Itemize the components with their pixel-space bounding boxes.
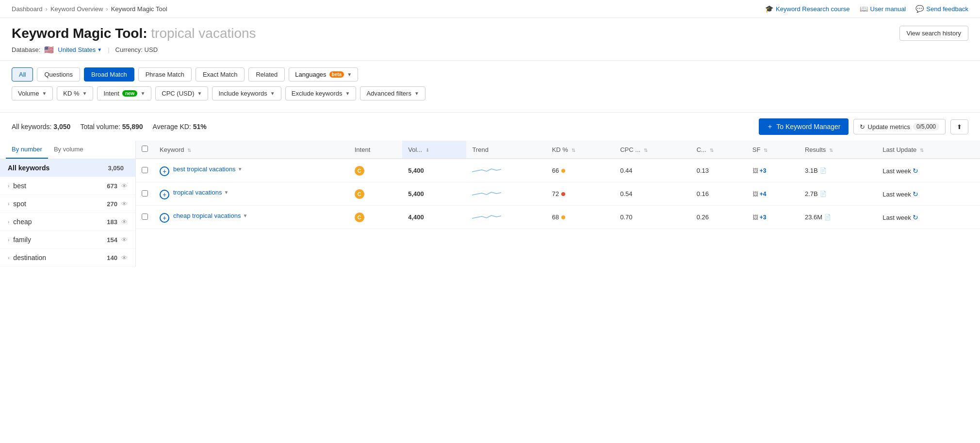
beta-badge: beta <box>329 71 344 78</box>
sidebar-item-destination[interactable]: › destination 140 👁 <box>0 249 135 267</box>
sort-icon: ⇅ <box>829 148 833 153</box>
intent-filter[interactable]: Intent new ▼ <box>97 86 151 100</box>
sort-icon: ⇅ <box>710 148 714 153</box>
sidebar-item-all-keywords[interactable]: All keywords 3,050 <box>0 159 135 177</box>
intent-cell: C <box>349 206 403 229</box>
table-row: + tropical vacations ▼ C 5,400 72 0.54 0… <box>136 182 980 206</box>
cpc-cell: 0.70 <box>614 206 691 229</box>
exclude-keywords-filter[interactable]: Exclude keywords ▼ <box>285 86 357 100</box>
sidebar-item-cheap[interactable]: › cheap 183 👁 <box>0 213 135 231</box>
intent-badge: C <box>355 166 364 176</box>
sf-image-icon: 🖼 <box>752 191 758 197</box>
update-metrics-button[interactable]: ↻ Update metrics 0/5,000 <box>853 119 946 134</box>
col-sf[interactable]: SF ⇅ <box>747 141 799 159</box>
row-checkbox-cell[interactable] <box>136 182 154 206</box>
languages-dropdown[interactable]: Languages beta ▼ <box>289 67 358 82</box>
sidebar-tab-by-number[interactable]: By number <box>6 141 48 159</box>
refresh-icon[interactable]: ↻ <box>913 213 918 221</box>
tab-all[interactable]: All <box>12 67 33 82</box>
eye-icon: 👁 <box>121 218 128 226</box>
intent-badge: C <box>355 213 364 222</box>
row-checkbox[interactable] <box>142 167 148 173</box>
select-all-checkbox[interactable] <box>142 146 148 152</box>
col-volume[interactable]: Vol... ⬇ <box>402 141 466 159</box>
chevron-down-icon: ▼ <box>238 166 243 172</box>
sf-count: +3 <box>760 214 767 221</box>
col-results[interactable]: Results ⇅ <box>799 141 877 159</box>
results-doc-icon: 📄 <box>820 167 827 174</box>
keyword-link[interactable]: tropical vacations ▼ <box>173 189 229 196</box>
results-doc-icon: 📄 <box>824 214 831 220</box>
chevron-down-icon: ▼ <box>414 91 419 96</box>
page-title: Keyword Magic Tool: tropical vacations <box>12 26 256 41</box>
add-keyword-button[interactable]: + <box>160 190 169 199</box>
sf-image-icon: 🖼 <box>752 167 758 174</box>
tab-broad-match[interactable]: Broad Match <box>84 67 134 82</box>
col-last-update[interactable]: Last Update ⇅ <box>877 141 980 159</box>
refresh-icon[interactable]: ↻ <box>913 167 918 175</box>
cpc-cell: 0.54 <box>614 182 691 206</box>
eye-icon: 👁 <box>121 236 128 244</box>
keyword-link[interactable]: cheap tropical vacations ▼ <box>173 212 247 219</box>
keyword-research-course-link[interactable]: 🎓 Keyword Research course <box>765 5 849 13</box>
advanced-filter-row: Volume ▼ KD % ▼ Intent new ▼ CPC (USD) ▼… <box>12 86 968 100</box>
view-search-history-button[interactable]: View search history <box>899 26 968 41</box>
sf-cell: 🖼 +3 <box>747 206 799 229</box>
sort-icon: ⇅ <box>764 148 768 153</box>
row-checkbox-cell[interactable] <box>136 159 154 182</box>
sidebar-item-spot[interactable]: › spot 270 👁 <box>0 195 135 213</box>
tab-phrase-match[interactable]: Phrase Match <box>138 67 192 82</box>
eye-icon: 👁 <box>121 254 128 262</box>
sort-icon: ⇅ <box>187 148 191 153</box>
refresh-icon[interactable]: ↻ <box>913 190 918 198</box>
row-checkbox[interactable] <box>142 213 148 220</box>
header-meta: Database: 🇺🇸 United States ▼ | Currency:… <box>12 45 256 54</box>
kd-filter[interactable]: KD % ▼ <box>57 86 93 100</box>
breadcrumb-keyword-overview[interactable]: Keyword Overview <box>50 5 103 13</box>
trend-cell <box>466 182 546 206</box>
intent-badge: C <box>355 189 364 199</box>
volume-cell: 5,400 <box>402 159 466 182</box>
cpc-filter[interactable]: CPC (USD) ▼ <box>155 86 208 100</box>
tab-exact-match[interactable]: Exact Match <box>196 67 245 82</box>
kd-indicator <box>561 192 565 196</box>
advanced-filters-button[interactable]: Advanced filters ▼ <box>360 86 425 100</box>
col-kd[interactable]: KD % ⇅ <box>546 141 615 159</box>
feedback-icon: 💬 <box>915 5 924 13</box>
to-keyword-manager-button[interactable]: ＋ To Keyword Manager <box>759 118 848 135</box>
breadcrumb: Dashboard › Keyword Overview › Keyword M… <box>12 5 167 13</box>
chevron-down-icon: ▼ <box>243 213 247 218</box>
keyword-link[interactable]: best tropical vacations ▼ <box>173 165 243 173</box>
results-cell: 2.7B 📄 <box>799 182 877 206</box>
intent-cell: C <box>349 159 403 182</box>
chevron-down-icon: ▼ <box>270 91 275 96</box>
select-all-checkbox-header[interactable] <box>136 141 154 159</box>
include-keywords-filter[interactable]: Include keywords ▼ <box>212 86 281 100</box>
tab-questions[interactable]: Questions <box>37 67 80 82</box>
volume-filter[interactable]: Volume ▼ <box>12 86 53 100</box>
col-keyword[interactable]: Keyword ⇅ <box>154 141 349 159</box>
export-button[interactable]: ⬆ <box>950 119 968 134</box>
tab-related[interactable]: Related <box>248 67 285 82</box>
user-manual-link[interactable]: 📖 User manual <box>860 5 906 13</box>
row-checkbox[interactable] <box>142 190 148 197</box>
chevron-down-icon: ▼ <box>224 190 229 195</box>
send-feedback-link[interactable]: 💬 Send feedback <box>915 5 968 13</box>
languages-label: Languages <box>295 71 326 78</box>
sidebar-item-best[interactable]: › best 673 👁 <box>0 177 135 195</box>
trend-sparkline <box>472 212 501 221</box>
sidebar-tab-by-volume[interactable]: By volume <box>48 141 89 159</box>
col-com[interactable]: C... ⇅ <box>691 141 747 159</box>
sort-icon: ⇅ <box>572 148 575 153</box>
results-header: All keywords: 3,050 Total volume: 55,890… <box>0 113 980 141</box>
database-selector[interactable]: United States ▼ <box>58 46 102 53</box>
col-cpc[interactable]: CPC ... ⇅ <box>614 141 691 159</box>
add-keyword-button[interactable]: + <box>160 213 169 223</box>
breadcrumb-dashboard[interactable]: Dashboard <box>12 5 43 13</box>
sidebar-item-family[interactable]: › family 154 👁 <box>0 231 135 249</box>
add-keyword-button[interactable]: + <box>160 166 169 176</box>
table-header-row: Keyword ⇅ Intent Vol... ⬇ Trend KD % <box>136 141 980 159</box>
keyword-cell: + cheap tropical vacations ▼ <box>154 206 349 229</box>
trend-sparkline <box>472 165 501 175</box>
row-checkbox-cell[interactable] <box>136 206 154 229</box>
